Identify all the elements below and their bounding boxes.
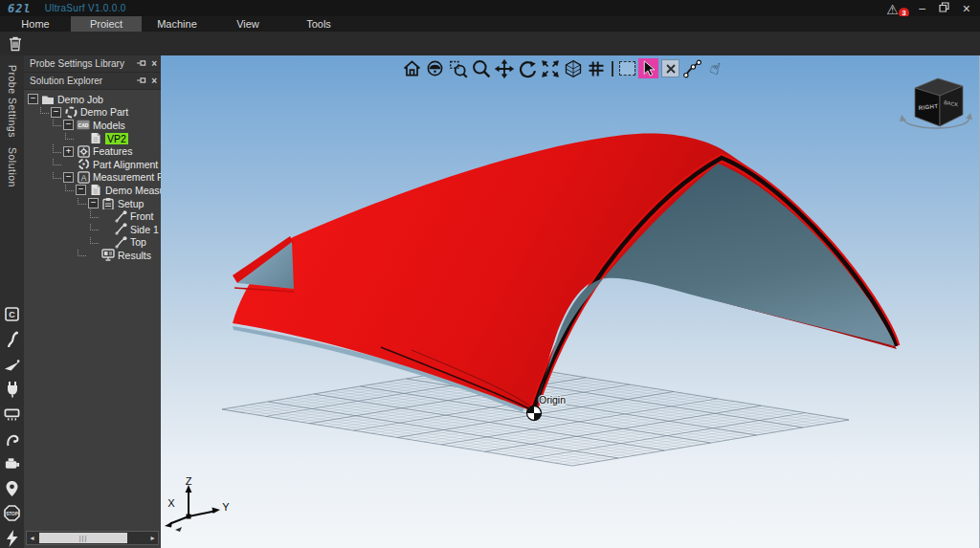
- tree-label: VP2: [105, 133, 128, 144]
- path-select-icon[interactable]: [682, 58, 702, 78]
- close-icon[interactable]: ×: [151, 76, 157, 86]
- motor-tool-icon[interactable]: [4, 455, 20, 471]
- grid-toggle-icon[interactable]: [586, 58, 606, 78]
- tree-label: Part Alignment: [93, 159, 158, 170]
- tree-expander[interactable]: −: [76, 185, 86, 195]
- tree-expander[interactable]: −: [28, 94, 38, 104]
- stylus-tool-icon[interactable]: [4, 331, 20, 347]
- close-icon[interactable]: ×: [151, 58, 157, 69]
- rotate-icon[interactable]: [517, 58, 537, 78]
- controller-tool-icon[interactable]: [4, 406, 20, 422]
- menu-tools[interactable]: Tools: [283, 16, 354, 32]
- align-icon: [77, 158, 90, 170]
- viewport-3d[interactable]: Origin Z Y X RIGHT BACK ☝: [161, 55, 980, 548]
- tree-item-side-1[interactable]: −Side 1: [24, 223, 161, 236]
- svg-text:STOP: STOP: [6, 512, 17, 516]
- tree-item-demo-measureme[interactable]: −Demo Measureme: [24, 184, 161, 197]
- cad-icon: CAD: [77, 119, 90, 131]
- menu-home[interactable]: Home: [0, 16, 71, 32]
- tree-item-vp2[interactable]: −VP2: [24, 132, 161, 145]
- deselect-icon[interactable]: [661, 59, 679, 77]
- folder-icon: [41, 93, 55, 105]
- tree-item-part-alignment[interactable]: −Part Alignment: [24, 158, 161, 171]
- tree-expander[interactable]: +: [63, 146, 74, 157]
- plans-icon: A: [77, 171, 90, 184]
- zoom-icon[interactable]: [471, 58, 491, 78]
- tree-label: Top: [130, 236, 146, 248]
- tree-item-top[interactable]: −Top: [24, 236, 161, 250]
- tree-connector: [40, 106, 49, 114]
- zoom-fit-icon[interactable]: [540, 58, 560, 78]
- tree-item-demo-part[interactable]: −Demo Part: [24, 106, 161, 120]
- tree-item-results[interactable]: −Results: [24, 249, 161, 262]
- side-strip: Probe Settings Solution CSTOP: [0, 55, 24, 548]
- tab-probe-settings[interactable]: Probe Settings: [7, 65, 18, 138]
- tree-item-demo-job[interactable]: −Demo Job: [24, 93, 161, 106]
- doc-icon: [89, 184, 102, 196]
- app-title: UltraSurf V1.0.0.0: [45, 3, 126, 13]
- menu-view[interactable]: View: [212, 16, 283, 32]
- pin-icon[interactable]: [137, 58, 146, 70]
- tree-item-front[interactable]: −Front: [24, 209, 161, 223]
- tree-label: Demo Job: [57, 94, 103, 105]
- toolbar-separator: [612, 61, 613, 77]
- wing-underside: [237, 242, 294, 289]
- origin-label: Origin: [539, 394, 566, 406]
- title-bar: 62l UltraSurf V1.0.0.0 ⚠ 3 – ×: [0, 0, 980, 16]
- tree-item-features[interactable]: +Features: [24, 144, 161, 158]
- results-icon: [101, 249, 115, 261]
- scroll-right-arrow[interactable]: ▸: [147, 534, 158, 542]
- notification-warning-icon[interactable]: ⚠ 3: [886, 1, 905, 16]
- doc-icon: [89, 132, 102, 144]
- tree-label: Results: [118, 250, 151, 261]
- tab-solution[interactable]: Solution: [7, 147, 18, 187]
- probe-settings-library-header[interactable]: Probe Settings Library ×: [24, 55, 161, 73]
- tree-expander[interactable]: −: [63, 120, 74, 130]
- delete-icon[interactable]: [8, 35, 25, 53]
- solution-explorer-header[interactable]: Solution Explorer ×: [24, 73, 161, 90]
- tree-expander[interactable]: −: [63, 172, 74, 183]
- home-icon[interactable]: [402, 58, 422, 78]
- stop-tool-icon[interactable]: STOP: [4, 505, 20, 521]
- tree-item-measurement-plans[interactable]: −AMeasurement Plans: [24, 171, 161, 185]
- setup-icon: [101, 197, 115, 209]
- tree-horizontal-scrollbar[interactable]: ◂ ▸ |||: [26, 531, 159, 545]
- tree-connector: [90, 223, 99, 230]
- marquee-select-icon[interactable]: [619, 61, 635, 76]
- letter-c-tool-icon[interactable]: C: [4, 306, 20, 322]
- hook-tool-icon[interactable]: [4, 430, 20, 447]
- view-cube[interactable]: RIGHT BACK: [900, 78, 972, 128]
- zoom-window-icon[interactable]: [448, 58, 468, 78]
- tree-item-setup[interactable]: −Setup: [24, 197, 161, 210]
- menu-machine[interactable]: Machine: [142, 16, 212, 32]
- isometric-view-icon[interactable]: [563, 58, 583, 78]
- tree-label: Demo Measureme: [105, 185, 161, 196]
- ribbon-toolbar: [0, 32, 980, 55]
- view-orientation-icon[interactable]: [425, 58, 445, 78]
- tree-connector: [53, 171, 61, 179]
- scroll-left-arrow[interactable]: ◂: [27, 534, 37, 542]
- probe-icon: [114, 236, 127, 249]
- scrollbar-thumb[interactable]: |||: [39, 533, 127, 543]
- tree-connector: [53, 119, 61, 126]
- bolt-tool-icon[interactable]: [4, 530, 20, 546]
- tree-expander[interactable]: −: [88, 198, 99, 208]
- model-surface[interactable]: [233, 133, 897, 412]
- location-tool-icon[interactable]: [4, 480, 20, 496]
- cursor-select-icon[interactable]: [638, 58, 658, 78]
- origin-marker[interactable]: [527, 406, 542, 421]
- tree-connector: [78, 197, 86, 205]
- menu-project[interactable]: Project: [71, 16, 142, 32]
- pan-icon[interactable]: [494, 58, 514, 78]
- plug-tool-icon[interactable]: [4, 381, 20, 397]
- tree-label: Models: [93, 120, 125, 131]
- close-button[interactable]: ×: [963, 2, 970, 15]
- pin-icon[interactable]: [137, 76, 146, 87]
- minimize-button[interactable]: –: [919, 2, 925, 15]
- tree-expander[interactable]: −: [51, 107, 61, 118]
- explorer-panel: Probe Settings Library × Solution Explor…: [24, 55, 161, 548]
- restore-button[interactable]: [939, 2, 949, 15]
- probe-tip-tool-icon[interactable]: [4, 356, 20, 372]
- touch-mode-icon[interactable]: ☝: [705, 58, 725, 78]
- tree-item-models[interactable]: −CADModels: [24, 119, 161, 132]
